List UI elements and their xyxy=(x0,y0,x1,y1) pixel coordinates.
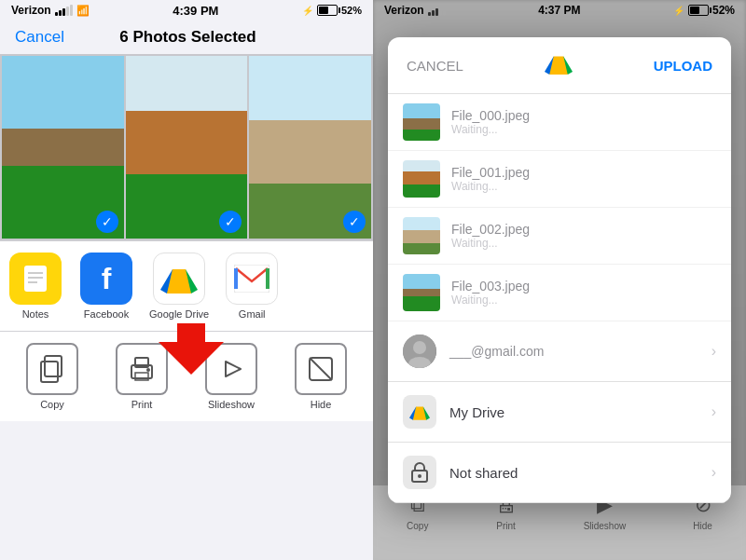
photo-cell-1[interactable]: ✓ xyxy=(2,56,124,239)
actions-bar: Copy Print Slideshow xyxy=(0,332,373,421)
svg-rect-12 xyxy=(45,356,62,376)
slideshow-icon-box xyxy=(205,343,257,395)
file-row-1: File_001.jpeg Waiting... xyxy=(388,151,731,208)
battery-pct-right: 52% xyxy=(712,4,735,17)
battery-area-left: ⚡ 52% xyxy=(302,5,362,16)
status-bar-left: Verizon 📶 4:39 PM ⚡ 52% xyxy=(0,0,373,20)
carrier-right: Verizon xyxy=(384,4,446,17)
svg-line-20 xyxy=(310,358,332,380)
left-panel: Verizon 📶 4:39 PM ⚡ 52% Cancel 6 Photos … xyxy=(0,0,373,560)
svg-point-17 xyxy=(146,368,150,372)
my-drive-label: My Drive xyxy=(449,404,698,420)
notes-icon xyxy=(9,253,62,305)
copy-label: Copy xyxy=(40,399,64,410)
not-shared-chevron-icon: › xyxy=(711,464,716,481)
location-section: My Drive › Not shared › xyxy=(388,382,731,503)
file-status-1: Waiting... xyxy=(451,180,716,193)
file-info-0: File_000.jpeg Waiting... xyxy=(451,108,716,136)
action-hide[interactable]: Hide xyxy=(288,343,353,410)
photos-grid: ✓ ✓ ✓ xyxy=(0,54,373,240)
my-drive-chevron-icon: › xyxy=(711,403,716,420)
bt-icon-right: ⚡ xyxy=(673,6,684,16)
file-thumb-1 xyxy=(403,160,440,198)
wifi-icon: 📶 xyxy=(76,5,90,17)
battery-icon-right xyxy=(688,5,709,16)
carrier-info: Verizon 📶 xyxy=(11,4,90,17)
action-print[interactable]: Print xyxy=(109,343,174,410)
user-avatar xyxy=(403,335,436,368)
signal-icon xyxy=(55,5,73,16)
nav-bar-left: Cancel 6 Photos Selected xyxy=(0,20,373,54)
share-apps-bar: Notes f Facebook Google Drive xyxy=(0,240,373,332)
check-badge-3: ✓ xyxy=(343,211,366,233)
not-shared-label: Not shared xyxy=(449,465,698,481)
action-slideshow[interactable]: Slideshow xyxy=(199,343,264,410)
svg-rect-10 xyxy=(266,268,269,289)
my-drive-row[interactable]: My Drive › xyxy=(388,382,731,443)
print-icon-box xyxy=(116,343,168,395)
file-name-2: File_002.jpeg xyxy=(451,222,716,237)
file-info-3: File_003.jpeg Waiting... xyxy=(451,279,716,307)
svg-point-25 xyxy=(413,341,426,354)
share-app-facebook[interactable]: f Facebook xyxy=(78,253,134,320)
file-name-1: File_001.jpeg xyxy=(451,165,716,180)
rb-hide-label: Hide xyxy=(693,521,712,531)
share-app-notes[interactable]: Notes xyxy=(7,253,63,320)
svg-point-31 xyxy=(418,474,421,478)
sheet-upload-button[interactable]: UPLOAD xyxy=(654,58,712,74)
print-label: Print xyxy=(131,399,153,410)
copy-icon-box xyxy=(26,343,78,395)
time-right: 4:37 PM xyxy=(538,4,580,17)
hide-label: Hide xyxy=(311,399,332,410)
file-thumb-2 xyxy=(403,217,440,254)
user-chevron-icon: › xyxy=(711,343,716,360)
file-status-0: Waiting... xyxy=(451,123,716,136)
file-row-0: File_000.jpeg Waiting... xyxy=(388,94,731,151)
rb-slideshow-label: Slideshow xyxy=(584,521,627,531)
file-name-0: File_000.jpeg xyxy=(451,108,716,123)
check-badge-1: ✓ xyxy=(96,211,118,233)
not-shared-row[interactable]: Not shared › xyxy=(388,443,731,503)
file-name-3: File_003.jpeg xyxy=(451,279,716,294)
sheet-cancel-button[interactable]: CANCEL xyxy=(407,58,463,74)
photo-cell-2[interactable]: ✓ xyxy=(126,56,248,239)
gdrive-icon xyxy=(153,253,205,305)
sheet-header: CANCEL UPLOAD xyxy=(388,37,731,94)
battery-pct-left: 52% xyxy=(341,5,362,16)
photo-cell-3[interactable]: ✓ xyxy=(249,56,371,239)
not-shared-icon xyxy=(403,456,436,489)
time-left: 4:39 PM xyxy=(173,4,218,18)
file-thumb-0 xyxy=(403,103,440,141)
user-account-row[interactable]: ___@gmail.com › xyxy=(388,321,731,382)
share-app-gdrive[interactable]: Google Drive xyxy=(149,253,209,320)
notes-label: Notes xyxy=(22,308,49,320)
carrier-text-right: Verizon xyxy=(384,4,424,17)
right-panel: Verizon 4:37 PM ⚡ 52% CANCEL xyxy=(373,0,746,560)
status-bar-right: Verizon 4:37 PM ⚡ 52% xyxy=(373,0,746,20)
gmail-icon xyxy=(226,253,278,305)
file-row-2: File_002.jpeg Waiting... xyxy=(388,208,731,265)
file-info-2: File_002.jpeg Waiting... xyxy=(451,222,716,250)
file-info-1: File_001.jpeg Waiting... xyxy=(451,165,716,193)
cancel-button-left[interactable]: Cancel xyxy=(15,28,64,47)
page-title-left: 6 Photos Selected xyxy=(119,28,256,47)
file-row-3: File_003.jpeg Waiting... xyxy=(388,265,731,321)
upload-action-sheet: CANCEL UPLOAD File_000.jpeg Waiting... xyxy=(388,37,731,503)
svg-rect-13 xyxy=(41,362,58,382)
rb-print-label: Print xyxy=(496,521,516,531)
file-list: File_000.jpeg Waiting... File_001.jpeg W… xyxy=(388,94,731,321)
facebook-icon: f xyxy=(80,253,132,305)
gmail-label: Gmail xyxy=(239,308,266,320)
my-drive-icon xyxy=(403,395,436,429)
facebook-label: Facebook xyxy=(84,308,129,320)
battery-icon-left xyxy=(317,5,338,16)
file-status-3: Waiting... xyxy=(451,294,716,307)
svg-rect-9 xyxy=(234,268,238,289)
share-app-gmail[interactable]: Gmail xyxy=(224,253,280,320)
gdrive-label: Google Drive xyxy=(149,308,209,320)
rb-copy-label: Copy xyxy=(407,521,428,531)
action-copy[interactable]: Copy xyxy=(20,343,85,410)
hide-icon-box xyxy=(295,343,347,395)
battery-area-right: ⚡ 52% xyxy=(673,4,735,17)
bluetooth-icon: ⚡ xyxy=(302,6,313,16)
